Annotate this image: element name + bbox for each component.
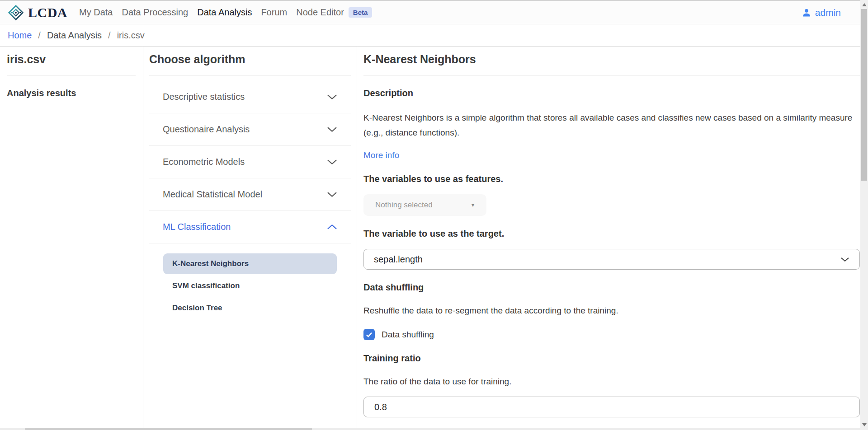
scroll-down-button[interactable] [860, 421, 868, 428]
nav-item-my-data[interactable]: My Data [79, 7, 113, 18]
app-header: LCDA My Data Data Processing Data Analys… [0, 1, 868, 24]
nav-item-data-analysis[interactable]: Data Analysis [197, 7, 252, 18]
accordion-group-medical-statistical-model[interactable]: Medical Statistical Model [149, 178, 351, 211]
vertical-scrollbar-thumb[interactable] [861, 9, 867, 181]
logo-text: LCDA [28, 5, 67, 20]
breadcrumb-separator: / [38, 30, 41, 41]
nav-item-forum[interactable]: Forum [261, 7, 287, 18]
accordion-group-label: Descriptive statistics [163, 92, 245, 102]
beta-badge: Beta [349, 7, 373, 18]
features-multiselect[interactable]: Nothing selected ▾ [363, 194, 486, 216]
target-label: The variable to use as the target. [363, 228, 860, 240]
app-logo[interactable]: LCDA [8, 5, 67, 21]
app-page: LCDA My Data Data Processing Data Analys… [0, 0, 868, 430]
chevron-down-icon [327, 192, 337, 197]
shuffling-checkbox[interactable] [363, 329, 375, 340]
accordion-group-ml-classification[interactable]: ML Classification [149, 211, 351, 243]
accordion-group-label: Econometric Models [163, 157, 245, 167]
breadcrumb: Home / Data Analysis / iris.csv [0, 24, 868, 47]
user-name: admin [815, 7, 841, 18]
chevron-up-icon [327, 224, 337, 230]
dataset-sidebar: iris.csv Analysis results [0, 47, 143, 430]
algorithm-item-decision-tree[interactable]: Decision Tree [163, 298, 337, 318]
chevron-down-icon [327, 126, 337, 132]
algorithm-panel-title: Choose algorithm [149, 53, 351, 75]
nav-item-data-processing[interactable]: Data Processing [122, 7, 188, 18]
training-ratio-input[interactable] [363, 397, 860, 417]
target-select[interactable]: sepal.length [363, 249, 860, 270]
content-area: iris.csv Analysis results Choose algorit… [0, 47, 868, 430]
features-multiselect-value: Nothing selected [375, 201, 433, 210]
shuffling-checkbox-label: Data shuffling [382, 328, 434, 341]
user-menu[interactable]: admin [802, 7, 841, 18]
algorithm-item-k-nearest-neighbors[interactable]: K-Nearest Neighbors [163, 253, 337, 274]
breadcrumb-separator: / [108, 30, 111, 41]
arrow-up-icon [862, 3, 867, 6]
algorithm-accordion: Descriptive statistics Questionaire Anal… [149, 81, 351, 328]
shuffling-checkbox-row: Data shuffling [363, 328, 860, 341]
algorithm-panel: Choose algorithm Descriptive statistics … [143, 47, 357, 430]
chevron-down-icon [840, 257, 849, 262]
algorithm-item-svm-classification[interactable]: SVM classification [163, 276, 337, 296]
more-info-link[interactable]: More info [363, 149, 399, 161]
breadcrumb-data-analysis-link[interactable]: Data Analysis [47, 30, 102, 41]
horizontal-scrollbar[interactable] [0, 428, 860, 430]
caret-down-icon: ▾ [472, 202, 474, 208]
breadcrumb-home-link[interactable]: Home [8, 30, 32, 41]
target-select-value: sepal.length [374, 254, 423, 265]
algorithm-config-panel: K-Nearest Neighbors Description K-Neares… [357, 47, 868, 430]
accordion-group-label: Medical Statistical Model [163, 189, 262, 200]
nav-item-node-editor-label: Node Editor [296, 7, 344, 18]
sidebar-item-analysis-results[interactable]: Analysis results [7, 88, 136, 98]
dataset-title: iris.csv [7, 53, 136, 75]
breadcrumb-current-page: iris.csv [117, 30, 145, 41]
accordion-group-label: ML Classification [163, 222, 231, 232]
chevron-down-icon [327, 94, 337, 100]
description-heading: Description [363, 87, 860, 99]
lcda-diamond-icon [8, 5, 24, 21]
nav-item-node-editor[interactable]: Node Editor Beta [296, 7, 372, 18]
user-icon [802, 8, 811, 18]
ml-classification-children: K-Nearest Neighbors SVM classification D… [149, 243, 351, 328]
training-heading: Training ratio [363, 352, 860, 365]
features-label: The variables to use as features. [363, 173, 860, 185]
main-nav: My Data Data Processing Data Analysis Fo… [79, 7, 372, 18]
chevron-down-icon [327, 159, 337, 165]
vertical-scrollbar[interactable] [860, 0, 868, 430]
horizontal-scrollbar-thumb[interactable] [25, 428, 312, 430]
scroll-up-button[interactable] [860, 1, 868, 8]
description-text: K-Nearest Neighbors is a simple algorith… [363, 110, 860, 140]
accordion-group-descriptive-statistics[interactable]: Descriptive statistics [149, 81, 351, 113]
shuffling-heading: Data shuffling [363, 281, 860, 294]
accordion-group-label: Questionaire Analysis [163, 124, 250, 135]
training-description: The ratio of the data to use for trainin… [363, 375, 860, 388]
accordion-group-questionaire-analysis[interactable]: Questionaire Analysis [149, 113, 351, 146]
arrow-down-icon [862, 423, 867, 426]
accordion-group-econometric-models[interactable]: Econometric Models [149, 146, 351, 178]
page-title: K-Nearest Neighbors [363, 53, 860, 75]
shuffling-description: Reshuffle the data to re-segment the dat… [363, 304, 860, 317]
